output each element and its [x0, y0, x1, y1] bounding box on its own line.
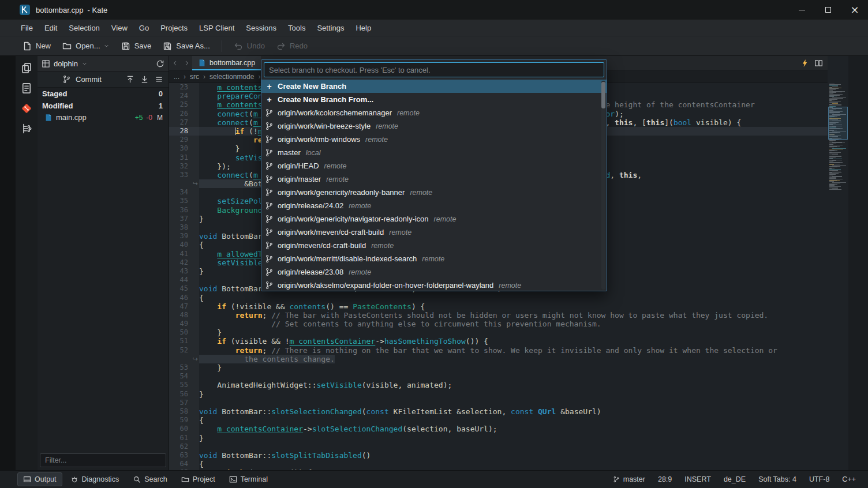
maximize-button[interactable] — [815, 0, 841, 20]
panel-button-diagnostics[interactable]: Diagnostics — [65, 472, 125, 486]
code-line[interactable]: 61} — [169, 434, 828, 442]
branch-list-item[interactable]: origin/work/genericity/readonly-bannerre… — [261, 186, 607, 199]
code-line[interactable]: 62 — [169, 442, 828, 451]
window-controls: × — [788, 0, 868, 20]
code-line[interactable]: 46{ — [169, 294, 828, 302]
menu-item-settings[interactable]: Settings — [311, 21, 350, 35]
menu-item-projects[interactable]: Projects — [155, 21, 193, 35]
new-button[interactable]: New — [17, 39, 56, 54]
staged-section[interactable]: Staged 0 — [38, 88, 169, 100]
gutter-spacer — [191, 144, 199, 153]
code-line[interactable]: 48 return; // The bar with PasteContents… — [169, 311, 828, 320]
code-line[interactable]: 65 switch (contents()) { — [169, 468, 828, 470]
pull-button[interactable] — [140, 75, 149, 84]
code-line[interactable]: 52 return; // There is nothing on the ba… — [169, 346, 828, 355]
branch-list-item[interactable]: origin/masterremote — [261, 172, 607, 186]
code-line[interactable]: 49 // Set contents to anything else to c… — [169, 320, 828, 328]
menu-item-help[interactable]: Help — [350, 21, 377, 35]
filter-input[interactable] — [40, 453, 166, 467]
panel-button-terminal[interactable]: Terminal — [223, 472, 274, 486]
branch-list-item[interactable]: origin/release/23.08remote — [261, 265, 607, 279]
branch-list-item[interactable]: origin/work/genericity/navigator-readonl… — [261, 212, 607, 226]
minimize-button[interactable] — [788, 0, 815, 20]
status-encoding[interactable]: UTF-8 — [803, 475, 836, 483]
breadcrumb-item[interactable]: ... — [174, 73, 179, 81]
menu-item-selection[interactable]: Selection — [63, 21, 105, 35]
close-button[interactable]: × — [841, 0, 868, 20]
status-cursor-position[interactable]: 28:9 — [652, 475, 678, 483]
menu-item-sessions[interactable]: Sessions — [240, 21, 282, 35]
code-line[interactable]: 60 m_contentsContainer->slotSelectionCha… — [169, 425, 828, 433]
branch-action-item[interactable]: +Create New Branch — [261, 80, 607, 93]
split-view-icon[interactable] — [814, 59, 823, 67]
branch-list-item[interactable]: origin/work/kcolorschememanagerremote — [261, 106, 607, 119]
branch-action-item[interactable]: +Create New Branch From... — [261, 93, 607, 106]
branch-list-item[interactable]: origin/meven/cd-craft-buildremote — [261, 239, 607, 252]
breadcrumb-item[interactable]: src — [190, 73, 199, 81]
menu-item-edit[interactable]: Edit — [39, 21, 63, 35]
menu-item-view[interactable]: View — [106, 21, 133, 35]
status-branch[interactable]: master — [607, 475, 652, 483]
code-line[interactable]: 55 AnimatedHeightWidget::setVisible(visi… — [169, 381, 828, 389]
modified-file-row[interactable]: main.cpp +5 -0 M — [38, 112, 169, 123]
code-line[interactable]: 57 — [169, 399, 828, 407]
menu-item-tools[interactable]: Tools — [282, 21, 311, 35]
save-button[interactable]: Save — [116, 39, 157, 54]
status-tab-mode[interactable]: Soft Tabs: 4 — [752, 475, 803, 483]
code-line[interactable]: 64{ — [169, 460, 828, 468]
refresh-button[interactable] — [156, 59, 164, 68]
branch-list-item[interactable]: origin/work/rmb-windowsremote — [261, 133, 607, 146]
menu-item-file[interactable]: File — [15, 21, 39, 35]
branch-list-item[interactable]: origin/work/win-breeze-styleremote — [261, 119, 607, 133]
code-line[interactable]: 54 — [169, 372, 828, 381]
breadcrumb-item[interactable]: selectionmode — [209, 73, 254, 81]
popup-scrollbar[interactable] — [601, 81, 605, 290]
code-line[interactable]: 59{ — [169, 416, 828, 425]
branch-search-input[interactable] — [264, 62, 604, 77]
code-line[interactable]: 56} — [169, 390, 828, 399]
kate-app-icon[interactable] — [20, 5, 30, 15]
menu-item-go[interactable]: Go — [133, 21, 155, 35]
minimap-viewport[interactable] — [828, 107, 848, 140]
lightning-icon[interactable] — [800, 59, 809, 67]
code-line[interactable]: 51 if (visible && !m_contentsContainer->… — [169, 337, 828, 346]
open-button[interactable]: Open... — [57, 39, 115, 54]
git-menu-button[interactable] — [155, 75, 163, 84]
branch-list-item[interactable]: origin/release/24.02remote — [261, 199, 607, 212]
status-dictionary[interactable]: de_DE — [717, 475, 752, 483]
branch-list-item[interactable]: origin/work/merritt/disable-indexed-sear… — [261, 252, 607, 265]
minimap[interactable] — [828, 56, 848, 470]
tool-rail-git[interactable] — [18, 101, 35, 116]
chevron-down-icon[interactable] — [81, 61, 88, 67]
tab-scroll-right[interactable] — [181, 56, 192, 70]
code-line[interactable]: 53 } — [169, 363, 828, 372]
panel-button-project[interactable]: Project — [175, 472, 221, 486]
tool-rail-file-list[interactable] — [18, 81, 35, 96]
popup-scrollbar-thumb[interactable] — [601, 82, 605, 108]
branch-list-item[interactable]: origin/work/meven/cd-craft-buildremote — [261, 226, 607, 239]
code-line[interactable]: 50 } — [169, 328, 828, 337]
commit-button[interactable]: Commit — [59, 73, 105, 85]
push-button[interactable] — [126, 75, 134, 84]
menu-item-lsp-client[interactable]: LSP Client — [193, 21, 240, 35]
tool-rail-documents[interactable] — [18, 61, 35, 76]
code-line[interactable]: 63void BottomBar::slotSplitTabDisabled() — [169, 451, 828, 460]
tab-scroll-left[interactable] — [169, 56, 181, 70]
code-line[interactable]: 47 if (!visible && contents() == PasteCo… — [169, 302, 828, 311]
status-input-mode[interactable]: INSERT — [678, 475, 717, 483]
tab-bottombar-cpp[interactable]: bottombar.cpp — [192, 56, 261, 70]
branch-list-item[interactable]: masterlocal — [261, 146, 607, 159]
gutter-spacer — [191, 425, 199, 433]
status-highlight-mode[interactable]: C++ — [836, 475, 862, 483]
panel-button-output[interactable]: Output — [17, 472, 62, 486]
panel-button-search[interactable]: Search — [127, 472, 173, 486]
modified-section[interactable]: Modified 1 — [38, 100, 169, 112]
code-line[interactable]: 58void BottomBar::slotSelectionChanged(c… — [169, 407, 828, 416]
project-selector[interactable]: dolphin — [54, 59, 78, 68]
tool-rail-symbols[interactable] — [18, 121, 35, 136]
gutter-spacer — [191, 276, 199, 284]
branch-list-item[interactable]: origin/HEADremote — [261, 159, 607, 172]
save-as-button[interactable]: Save As... — [158, 39, 215, 54]
branch-list-item[interactable]: origin/work/akselmo/expand-folder-on-hov… — [261, 279, 607, 291]
code-line[interactable]: ↪ the contents change. — [169, 355, 828, 363]
